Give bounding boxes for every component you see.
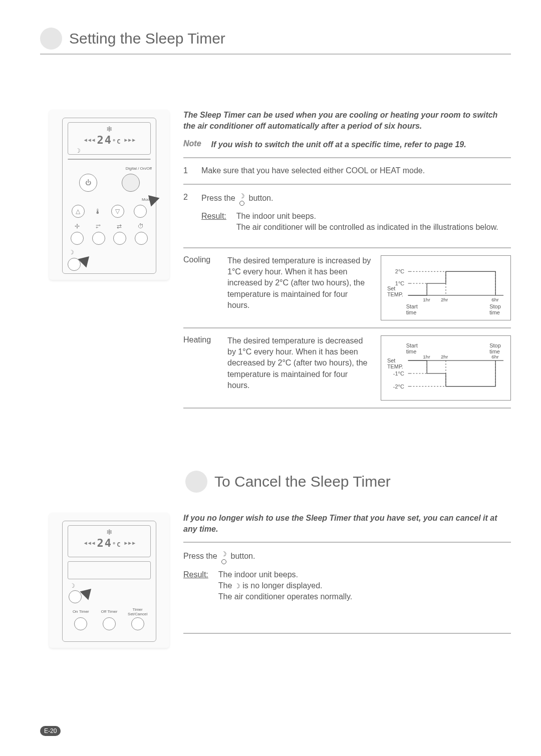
note-block: Note If you wish to switch the unit off …	[183, 139, 511, 150]
timer-button[interactable]	[135, 232, 148, 245]
cooling-block: Cooling The desired temperature is incre…	[183, 255, 511, 320]
swing-button[interactable]	[92, 232, 105, 245]
heating-label: Heating	[183, 335, 218, 401]
bars-left-icon: ◄◄◄	[83, 540, 95, 546]
intro-text: If you no longer wish to use the Sleep T…	[183, 513, 511, 535]
set-cancel-button[interactable]	[131, 617, 144, 630]
mode-button[interactable]	[134, 205, 147, 218]
sleep-button-icon: ☽	[239, 192, 245, 206]
cooling-label: Cooling	[183, 255, 218, 320]
airflow-icon: ⇄	[117, 223, 122, 230]
note-label: Note	[183, 139, 201, 150]
remote-illustration-1: ❄ ◄◄◄ 24°C ►►► ☽ Digital / On/Off ⏻	[40, 110, 169, 416]
thermometer-icon: 🌡	[94, 207, 101, 215]
result-label: Result:	[201, 211, 226, 233]
svg-text:2hr: 2hr	[441, 354, 448, 359]
step-text: Press the ☽ button.	[183, 550, 255, 564]
svg-text:TEMP.: TEMP.	[387, 363, 403, 369]
divider	[183, 633, 511, 634]
heating-block: Heating The desired temperature is decre…	[183, 335, 511, 401]
temp-down-button[interactable]: ▽	[111, 205, 124, 218]
bars-right-icon: ►►►	[123, 137, 135, 143]
sleep-icon: ☽	[234, 582, 240, 590]
temp-up-button[interactable]: △	[72, 205, 85, 218]
snowflake-icon: ❄	[106, 125, 113, 134]
bars-left-icon: ◄◄◄	[83, 137, 95, 143]
step-number: 1	[183, 165, 191, 176]
svg-text:TEMP.: TEMP.	[387, 291, 403, 297]
section1-body: ❄ ◄◄◄ 24°C ►►► ☽ Digital / On/Off ⏻	[40, 110, 511, 416]
step-text: Make sure that you have selected either …	[201, 165, 425, 176]
fan-button[interactable]	[71, 232, 84, 245]
sleep-button[interactable]	[69, 590, 82, 603]
svg-text:Set: Set	[387, 285, 395, 291]
section-heading-2: To Cancel the Sleep Timer	[185, 471, 511, 493]
display-temp: 24°C	[97, 537, 122, 549]
result-block: Result: The indoor unit beeps. The ☽ is …	[165, 569, 511, 603]
on-timer-label: On Timer	[67, 609, 95, 614]
remote-display: ❄ ◄◄◄ 24°C ►►►	[68, 525, 151, 557]
svg-text:Start: Start	[406, 342, 418, 348]
divider	[183, 157, 511, 158]
airflow-button[interactable]	[113, 232, 126, 245]
svg-text:Start: Start	[406, 303, 418, 309]
result-label: Result:	[183, 569, 208, 603]
svg-text:time: time	[489, 309, 500, 315]
svg-text:Set: Set	[387, 357, 395, 363]
svg-text:1hr: 1hr	[423, 296, 430, 302]
svg-text:time: time	[406, 309, 417, 315]
sleep-button-icon: ☽	[221, 550, 227, 564]
page-number: E-20	[40, 726, 61, 736]
step-2: 2 Press the ☽ button.	[183, 192, 511, 206]
digital-onoff-label: Digital / On/Off	[126, 166, 152, 171]
onoff-button[interactable]	[122, 174, 140, 192]
result-block: Result: The indoor unit beeps. The air c…	[183, 211, 511, 233]
svg-text:2°C: 2°C	[395, 268, 404, 274]
divider	[183, 247, 511, 248]
cancel-step: Press the ☽ button.	[183, 550, 511, 564]
step-text: Press the ☽ button.	[201, 192, 273, 206]
snowflake-icon: ❄	[106, 528, 113, 537]
svg-text:time: time	[406, 348, 417, 354]
power-button[interactable]: ⏻	[79, 174, 97, 192]
svg-text:6hr: 6hr	[491, 296, 499, 302]
svg-text:1hr: 1hr	[423, 354, 430, 359]
heading-text: To Cancel the Sleep Timer	[214, 473, 391, 490]
on-timer-button[interactable]	[74, 617, 87, 630]
sleep-icon: ☽	[69, 249, 74, 256]
heading-bullet	[40, 28, 62, 50]
section-heading-1: Setting the Sleep Timer	[40, 28, 511, 55]
cooling-chart: Set TEMP. 2°C 1°C 1hr	[381, 255, 511, 320]
swing-icon: ⥂	[96, 223, 101, 230]
sleep-icon: ☽	[75, 147, 81, 154]
svg-text:time: time	[489, 348, 500, 354]
svg-text:6hr: 6hr	[491, 354, 499, 359]
heating-chart: Set TEMP. -1°C -2°C 1hr 2hr 6hr Start	[381, 335, 511, 401]
step-1: 1 Make sure that you have selected eithe…	[183, 165, 511, 176]
off-timer-button[interactable]	[103, 617, 116, 630]
off-timer-label: Off Timer	[95, 609, 123, 614]
result-text: The indoor unit beeps. The air condition…	[236, 211, 498, 233]
timer-icon: ⏱	[138, 223, 144, 230]
intro-text: The Sleep Timer can be used when you are…	[183, 110, 511, 132]
sleep-icon: ☽	[70, 582, 75, 589]
section1-content: The Sleep Timer can be used when you are…	[183, 110, 511, 416]
bars-right-icon: ►►►	[123, 540, 135, 546]
svg-text:Stop: Stop	[489, 342, 500, 348]
set-cancel-label: Timer Set/Cancel	[124, 607, 152, 616]
divider	[183, 408, 511, 409]
step-number: 2	[183, 192, 191, 206]
heading-bullet	[185, 471, 207, 493]
svg-text:2hr: 2hr	[441, 296, 448, 302]
section2-content: If you no longer wish to use the Sleep T…	[183, 513, 511, 648]
fan-icon: ✢	[75, 223, 80, 230]
svg-text:-2°C: -2°C	[393, 383, 404, 389]
remote-blank-panel	[68, 561, 151, 579]
cooling-text: The desired temperature is increased by …	[227, 255, 372, 320]
svg-text:1°C: 1°C	[395, 280, 404, 286]
note-text: If you wish to switch the unit off at a …	[211, 139, 466, 150]
section2-body: ❄ ◄◄◄ 24°C ►►► ☽	[40, 513, 511, 648]
heading-text: Setting the Sleep Timer	[69, 30, 225, 47]
remote-display: ❄ ◄◄◄ 24°C ►►► ☽	[68, 122, 151, 155]
divider	[183, 184, 511, 185]
